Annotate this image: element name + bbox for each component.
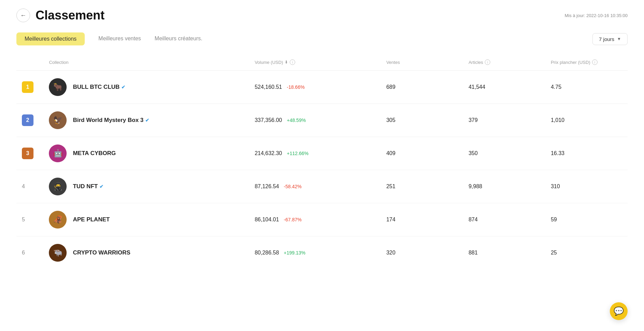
articles-cell: 874 [463, 203, 545, 236]
sort-icon: ⬇ [285, 60, 288, 65]
col-header-collection: Collection [43, 57, 249, 71]
verified-icon: ✔ [99, 184, 104, 189]
rank-number: 4 [22, 183, 25, 189]
collection-name: Bird World Mystery Box 3✔ [73, 117, 149, 124]
avatar: 🥷 [49, 178, 67, 195]
table-row[interactable]: 2 🦅 Bird World Mystery Box 3✔ 337,356.00… [16, 104, 628, 137]
volume-cell: 86,104.01 -67.87% [249, 203, 381, 236]
volume-info-icon[interactable]: i [290, 59, 295, 65]
volume-cell: 337,356.00 +48.59% [249, 104, 381, 137]
volume-value: 214,632.30 [255, 150, 282, 156]
period-select[interactable]: 7 jours ▼ [592, 33, 628, 45]
collection-cell: 🦅 Bird World Mystery Box 3✔ [43, 104, 249, 137]
table-row[interactable]: 6 🐃 CRYPTO WARRIORS 80,286.58 +199.13% 3… [16, 236, 628, 270]
ventes-cell: 409 [381, 137, 463, 170]
volume-value: 80,286.58 [255, 250, 279, 256]
ventes-cell: 251 [381, 170, 463, 203]
tab-collections[interactable]: Meilleures collections [16, 32, 85, 45]
rank-cell: 3 [16, 137, 43, 170]
volume-pct: +112.66% [287, 151, 308, 156]
collection-name: BULL BTC CLUB✔ [73, 84, 125, 91]
avatar: 🐃 [49, 244, 67, 262]
articles-cell: 350 [463, 137, 545, 170]
ventes-cell: 320 [381, 236, 463, 270]
tabs-row: Meilleures collections Meilleures ventes… [16, 32, 628, 46]
ventes-cell: 689 [381, 71, 463, 104]
prix-cell: 25 [545, 236, 628, 270]
table-row[interactable]: 3 🤖 META CYBORG 214,632.30 +112.66% 4093… [16, 137, 628, 170]
volume-cell: 87,126.54 -58.42% [249, 170, 381, 203]
col-header-ventes: Ventes [381, 57, 463, 71]
col-header-articles: Articles i [463, 57, 545, 71]
tab-ventes[interactable]: Meilleures ventes [98, 32, 141, 46]
rank-badge-bronze: 3 [22, 148, 33, 159]
collection-cell: 🐂 BULL BTC CLUB✔ [43, 71, 249, 104]
collection-info: 🦧 APE PLANET [49, 211, 244, 229]
articles-cell: 881 [463, 236, 545, 270]
articles-cell: 379 [463, 104, 545, 137]
volume-value: 86,104.01 [255, 217, 279, 223]
volume-pct: -18.66% [287, 84, 304, 90]
collection-info: 🤖 META CYBORG [49, 144, 244, 162]
articles-label: Articles [468, 60, 483, 65]
table-row[interactable]: 1 🐂 BULL BTC CLUB✔ 524,160.51 -18.66% 68… [16, 71, 628, 104]
articles-cell: 9,988 [463, 170, 545, 203]
prix-cell: 16.33 [545, 137, 628, 170]
volume-cell: 524,160.51 -18.66% [249, 71, 381, 104]
rank-badge-silver: 2 [22, 114, 33, 126]
volume-pct: -67.87% [284, 217, 302, 222]
table-body: 1 🐂 BULL BTC CLUB✔ 524,160.51 -18.66% 68… [16, 71, 628, 270]
articles-cell: 41,544 [463, 71, 545, 104]
page: ← Classement Mis à jour: 2022-10-16 10:3… [0, 0, 644, 277]
header-row: ← Classement Mis à jour: 2022-10-16 10:3… [16, 8, 628, 23]
tab-createurs[interactable]: Meilleurs créateurs. [155, 32, 203, 46]
avatar: 🦅 [49, 111, 67, 129]
rank-cell: 2 [16, 104, 43, 137]
ventes-cell: 174 [381, 203, 463, 236]
ventes-cell: 305 [381, 104, 463, 137]
collection-info: 🥷 TUD NFT✔ [49, 178, 244, 195]
period-label: 7 jours [599, 36, 614, 42]
collection-info: 🐃 CRYPTO WARRIORS [49, 244, 244, 262]
tabs-left: Meilleures collections Meilleures ventes… [16, 32, 202, 46]
avatar: 🦧 [49, 211, 67, 229]
header-left: ← Classement [16, 8, 105, 23]
prix-info-icon[interactable]: i [592, 59, 598, 65]
collection-cell: 🤖 META CYBORG [43, 137, 249, 170]
back-button[interactable]: ← [16, 9, 30, 22]
rank-cell: 6 [16, 236, 43, 270]
col-header-rank [16, 57, 43, 71]
volume-pct: +48.59% [287, 118, 306, 123]
collection-name: CRYPTO WARRIORS [73, 249, 130, 256]
chat-button[interactable]: 💬 [610, 302, 628, 320]
volume-cell: 214,632.30 +112.66% [249, 137, 381, 170]
prix-label: Prix plancher (USD) [551, 60, 590, 65]
prix-cell: 4.75 [545, 71, 628, 104]
rankings-table: Collection Volume (USD) ⬇ i Ventes Artic… [16, 57, 628, 269]
volume-value: 87,126.54 [255, 183, 279, 190]
volume-cell: 80,286.58 +199.13% [249, 236, 381, 270]
articles-info-icon[interactable]: i [485, 59, 490, 65]
collection-cell: 🦧 APE PLANET [43, 203, 249, 236]
rank-cell: 5 [16, 203, 43, 236]
page-title: Classement [36, 8, 105, 23]
volume-label: Volume (USD) [255, 60, 283, 65]
prix-cell: 59 [545, 203, 628, 236]
collection-name: TUD NFT✔ [73, 183, 104, 190]
rank-number: 5 [22, 217, 25, 222]
rank-cell: 4 [16, 170, 43, 203]
table-row[interactable]: 4 🥷 TUD NFT✔ 87,126.54 -58.42% 2519,9883… [16, 170, 628, 203]
volume-value: 337,356.00 [255, 117, 282, 123]
collection-info: 🦅 Bird World Mystery Box 3✔ [49, 111, 244, 129]
col-header-volume: Volume (USD) ⬇ i [249, 57, 381, 71]
col-header-prix: Prix plancher (USD) i [545, 57, 628, 71]
avatar: 🤖 [49, 144, 67, 162]
collection-name: APE PLANET [73, 216, 110, 223]
table-header-row: Collection Volume (USD) ⬇ i Ventes Artic… [16, 57, 628, 71]
verified-icon: ✔ [121, 84, 125, 90]
rank-number: 6 [22, 250, 25, 256]
avatar: 🐂 [49, 78, 67, 96]
table-row[interactable]: 5 🦧 APE PLANET 86,104.01 -67.87% 1748745… [16, 203, 628, 236]
chat-icon: 💬 [614, 306, 624, 316]
collection-cell: 🥷 TUD NFT✔ [43, 170, 249, 203]
